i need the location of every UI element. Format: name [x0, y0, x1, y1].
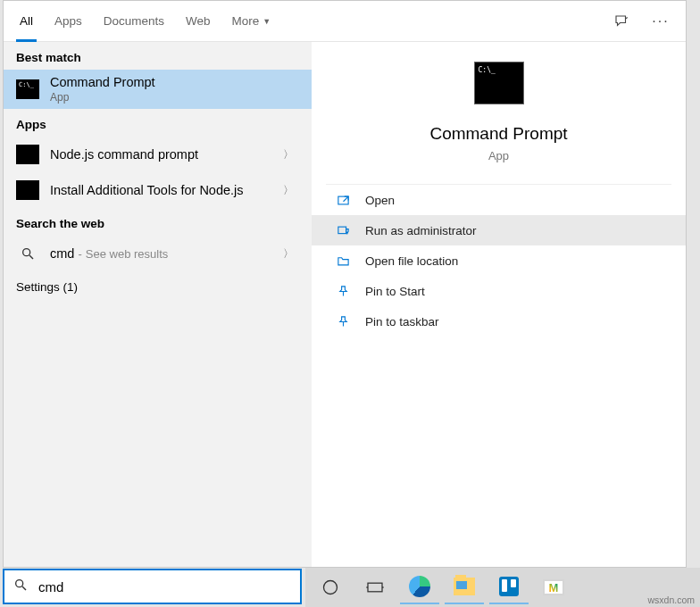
taskbar-file-explorer[interactable] — [445, 570, 484, 604]
start-search-panel: All Apps Documents Web More▼ ··· Best ma… — [3, 0, 687, 568]
svg-line-5 — [22, 586, 26, 590]
action-label: Pin to taskbar — [365, 315, 439, 328]
admin-shield-icon — [335, 224, 351, 237]
feedback-icon[interactable] — [604, 1, 639, 41]
taskbar-edge[interactable] — [400, 570, 439, 604]
file-explorer-icon — [454, 578, 475, 595]
results-list: Best match C:\_ Command Prompt App Apps … — [4, 42, 312, 567]
cmd-icon: C:\_ — [16, 79, 39, 99]
result-title: Install Additional Tools for Node.js — [50, 183, 267, 197]
task-view-button[interactable] — [355, 570, 395, 604]
action-label: Run as administrator — [365, 224, 477, 237]
svg-point-4 — [16, 580, 23, 587]
gmail-icon — [543, 579, 564, 595]
pin-icon — [335, 285, 351, 298]
watermark: wsxdn.com — [647, 595, 695, 605]
preview-title: Command Prompt — [312, 124, 686, 144]
chevron-right-icon: 〉 — [278, 183, 299, 198]
edge-icon — [409, 576, 430, 597]
chevron-right-icon: 〉 — [278, 147, 299, 162]
search-scope-tabs: All Apps Documents Web More▼ ··· — [4, 1, 686, 42]
result-web-cmd[interactable]: cmd - See web results 〉 — [4, 236, 312, 271]
action-label: Open file location — [365, 254, 458, 268]
action-open-file-location[interactable]: Open file location — [312, 245, 686, 276]
action-label: Open — [365, 194, 395, 207]
search-input[interactable] — [37, 578, 291, 595]
action-label: Pin to Start — [365, 285, 425, 298]
trello-icon — [499, 577, 519, 596]
section-best-match: Best match — [4, 42, 312, 70]
preview-subtitle: App — [312, 149, 686, 162]
action-open[interactable]: Open — [312, 185, 686, 215]
section-search-web: Search the web — [4, 208, 312, 236]
open-icon — [335, 194, 351, 207]
tab-apps[interactable]: Apps — [46, 1, 91, 41]
preview-app-icon: C:\_ — [474, 62, 524, 104]
result-subtitle: App — [50, 91, 299, 104]
svg-line-1 — [29, 255, 33, 259]
result-title: cmd - See web results — [50, 246, 267, 261]
chevron-down-icon: ▼ — [262, 17, 271, 26]
svg-point-6 — [324, 581, 338, 595]
cmd-icon — [16, 145, 39, 164]
taskbar-gmail[interactable] — [534, 570, 573, 604]
preview-pane: C:\_ Command Prompt App Open Run as admi… — [312, 42, 686, 567]
search-icon — [13, 578, 28, 595]
cortana-button[interactable] — [311, 570, 350, 604]
search-icon — [16, 246, 39, 261]
search-input-container[interactable] — [3, 569, 302, 604]
section-apps: Apps — [4, 109, 312, 137]
svg-rect-7 — [368, 583, 382, 592]
tab-all[interactable]: All — [11, 1, 42, 41]
tab-more[interactable]: More▼ — [223, 1, 280, 41]
tab-documents[interactable]: Documents — [95, 1, 173, 41]
result-title: Command Prompt — [50, 75, 299, 89]
tab-web[interactable]: Web — [177, 1, 220, 41]
pin-icon — [335, 315, 351, 328]
more-options-icon[interactable]: ··· — [643, 1, 679, 41]
taskbar-trello[interactable] — [489, 570, 529, 604]
folder-icon — [335, 254, 351, 268]
action-run-as-admin[interactable]: Run as administrator — [312, 215, 686, 245]
action-pin-to-taskbar[interactable]: Pin to taskbar — [312, 306, 686, 337]
svg-rect-3 — [338, 227, 346, 234]
result-nodejs-tools[interactable]: Install Additional Tools for Node.js 〉 — [4, 172, 312, 208]
result-title: Node.js command prompt — [50, 147, 267, 162]
cmd-icon — [16, 180, 39, 200]
svg-point-0 — [23, 249, 30, 256]
taskbar — [305, 568, 700, 607]
action-pin-to-start[interactable]: Pin to Start — [312, 276, 686, 306]
chevron-right-icon: 〉 — [278, 246, 299, 262]
result-nodejs-cmd[interactable]: Node.js command prompt 〉 — [4, 137, 312, 172]
section-settings[interactable]: Settings (1) — [4, 271, 312, 299]
result-command-prompt[interactable]: C:\_ Command Prompt App — [4, 70, 312, 109]
